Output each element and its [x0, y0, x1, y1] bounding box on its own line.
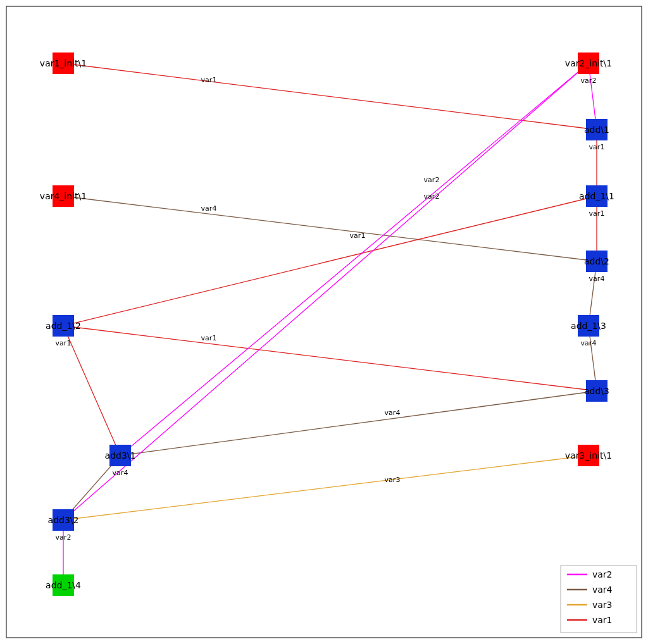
node-label-add_1_3: add_1\3 [571, 321, 606, 331]
legend-label-var1: var1 [592, 615, 613, 625]
node-label-add3: add\3 [584, 386, 609, 396]
node-out-add_1_2: var1 [56, 339, 72, 347]
node-label-var1_init: var1_init\1 [40, 58, 87, 68]
edge-label-var4: var4 [385, 409, 401, 417]
node-label-var3_init: var3_init\1 [565, 450, 612, 461]
node-out-add1: var1 [589, 143, 605, 151]
edge-label-var1: var1 [350, 232, 366, 240]
legend-label-var4: var4 [592, 585, 613, 595]
edge-label-var1: var1 [201, 76, 217, 84]
node-label-add_1_1: add_1\1 [579, 191, 614, 201]
edge-label-var2: var2 [424, 176, 440, 184]
node-label-var4_init: var4_init\1 [40, 191, 87, 201]
edge-label-var2: var2 [424, 192, 440, 201]
node-out-add_1_1: var1 [589, 209, 605, 218]
edge-label-var4: var4 [201, 204, 217, 213]
node-label-add1: add\1 [584, 125, 609, 135]
graph-canvas: var1var4var1var1var4var2var2var3var1_ini… [0, 0, 648, 644]
edge-label-var1: var1 [201, 334, 217, 342]
node-out-add3_2: var2 [56, 533, 72, 542]
node-out-add3_1: var4 [113, 469, 128, 477]
legend-label-var2: var2 [592, 569, 613, 579]
edge-label-var3: var3 [385, 476, 401, 484]
node-label-add3_2: add3\2 [48, 515, 79, 525]
node-label-var2_init: var2_init\1 [565, 58, 612, 68]
node-label-add2: add\2 [584, 256, 609, 266]
node-label-add3_1: add3\1 [105, 450, 136, 461]
node-out-var2_init: var2 [581, 77, 597, 85]
node-out-add_1_3: var4 [581, 339, 597, 347]
legend-label-var3: var3 [592, 600, 613, 610]
plot-frame [6, 6, 642, 638]
node-label-add_1_4: add_1\4 [46, 580, 81, 590]
node-label-add_1_2: add_1\2 [46, 321, 81, 331]
node-out-add2: var4 [589, 275, 605, 283]
